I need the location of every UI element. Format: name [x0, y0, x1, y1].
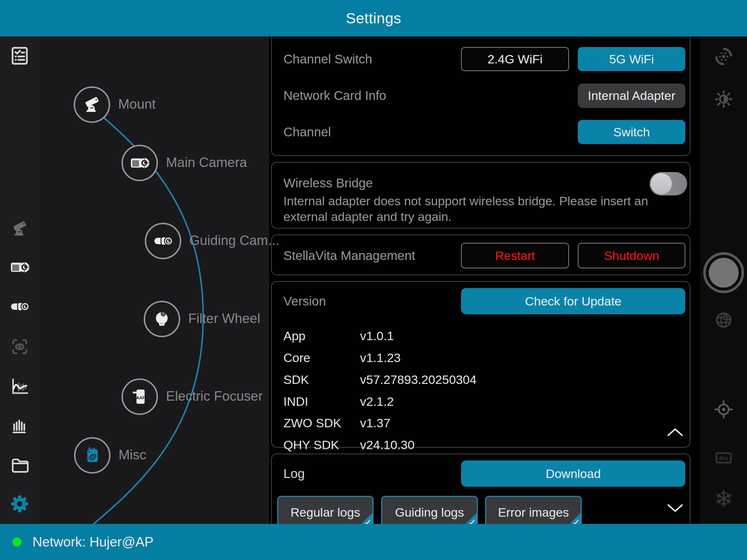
wifi-5g-button[interactable]: 5G WiFi [578, 47, 685, 71]
wireless-bridge-toggle[interactable] [650, 172, 687, 195]
log-label: Log [283, 466, 305, 481]
toolbar-item-crosshair[interactable] [700, 399, 747, 420]
sidebar-item-files[interactable] [0, 455, 39, 475]
top-bar: Settings [0, 0, 747, 36]
version-row-name: QHY SDK [283, 438, 339, 452]
guiding-camera-icon [9, 296, 30, 317]
version-row-value: v24.10.30 [360, 438, 414, 452]
download-button[interactable]: Download [461, 460, 685, 487]
version-row-name: App [283, 329, 306, 343]
toolbar-item-galaxy[interactable] [700, 46, 747, 67]
mount-icon [10, 219, 30, 238]
main-camera-icon [9, 257, 30, 278]
folder-icon [9, 455, 30, 475]
electric-focuser-icon: AAF [129, 386, 150, 407]
node-electric-focuser[interactable]: AAF [121, 378, 158, 415]
channel-label: Channel [283, 125, 331, 139]
toolbar-item-brightness[interactable] [700, 89, 747, 110]
bin-icon-text: Bin [719, 455, 728, 461]
toolbar-item-sky-atlas[interactable] [700, 310, 747, 330]
channel-switch-label: Channel Switch [283, 52, 372, 66]
node-mount-label: Mount [118, 97, 156, 112]
network-status-dot [12, 537, 22, 547]
chip-label: Guiding logs [395, 505, 464, 520]
sidebar-item-focus[interactable] [0, 337, 39, 357]
galaxy-icon [713, 46, 734, 67]
sidebar-item-guide-graph[interactable] [0, 376, 39, 397]
main-camera-icon [129, 152, 150, 174]
management-panel: StellaVita Management Restart Shutdown [271, 234, 690, 275]
node-main-camera-label: Main Camera [166, 155, 247, 170]
node-misc[interactable] [74, 437, 111, 474]
wireless-bridge-label: Wireless Bridge [283, 176, 373, 190]
chip-label: Error images [498, 505, 569, 520]
toolbar-item-cooling[interactable]: ❄ [700, 488, 747, 510]
shutter-button[interactable] [700, 252, 747, 293]
chip-label: Regular logs [291, 505, 360, 520]
bin-mode-icon: Bin [713, 447, 734, 468]
network-card-value-button[interactable]: Internal Adapter [578, 83, 685, 108]
restart-button[interactable]: Restart [461, 243, 569, 268]
wifi-2-4g-button[interactable]: 2.4G WiFi [461, 47, 569, 71]
toolbar-item-bin[interactable]: Bin [700, 447, 747, 468]
node-main-camera[interactable] [121, 145, 158, 181]
version-row-name: Core [283, 351, 310, 365]
node-filter-wheel-label: Filter Wheel [188, 311, 260, 326]
version-row-value: v1.1.23 [360, 351, 401, 365]
version-row-name: INDI [283, 394, 308, 409]
sidebar-item-main-camera[interactable] [0, 257, 39, 278]
brightness-icon [713, 89, 734, 110]
wireless-bridge-panel: Wireless Bridge Internal adapter does no… [271, 162, 690, 229]
mount-icon [82, 94, 102, 115]
checklist-icon [9, 46, 30, 66]
sidebar-item-histogram[interactable] [0, 416, 39, 436]
network-panel: Channel Switch 2.4G WiFi 5G WiFi Network… [271, 20, 690, 156]
expand-chevron-down-icon[interactable] [666, 503, 684, 513]
version-row-value: v57.27893.20250304 [360, 373, 477, 387]
settings-screen: Mount Main Camera Guiding Cam. [0, 0, 747, 560]
network-card-info-label: Network Card Info [283, 88, 386, 103]
node-guiding-camera-label: Guiding Cam... [189, 233, 279, 248]
sidebar-item-guiding-camera[interactable] [0, 296, 39, 317]
sidebar-item-settings-active[interactable] [0, 493, 39, 514]
shutter-ring [703, 252, 744, 293]
histogram-icon [10, 416, 30, 436]
focuser-badge-text: AAF [136, 395, 145, 400]
sky-atlas-globe-icon [713, 310, 734, 330]
version-panel: Version Check for Update App v1.0.1 Core… [271, 281, 690, 448]
version-label: Version [283, 294, 326, 308]
bottom-status-bar: Network: Hujer@AP [0, 524, 747, 560]
node-guiding-camera[interactable] [145, 223, 181, 259]
version-row-value: v1.0.1 [360, 329, 394, 343]
page-title: Settings [346, 10, 401, 27]
crosshair-icon [713, 399, 734, 420]
node-electric-focuser-label: Electric Focuser [166, 389, 263, 404]
shutdown-button[interactable]: Shutdown [578, 243, 685, 268]
check-update-button[interactable]: Check for Update [461, 288, 685, 314]
version-row-value: v2.1.2 [360, 394, 394, 409]
focus-preview-icon [10, 337, 30, 357]
gear-icon [9, 493, 30, 514]
filter-wheel-icon [152, 309, 172, 329]
network-status-text: Network: Hujer@AP [32, 534, 154, 550]
version-row-value: v1.37 [360, 416, 390, 430]
guide-graph-icon [9, 376, 30, 397]
node-filter-wheel[interactable] [144, 301, 180, 337]
snowflake-icon: ❄ [714, 488, 733, 510]
version-row-name: SDK [283, 373, 309, 387]
version-row-name: ZWO SDK [283, 416, 341, 430]
node-mount[interactable] [74, 86, 110, 123]
sidebar-item-checklist[interactable] [0, 46, 39, 66]
wireless-bridge-description: Internal adapter does not support wirele… [283, 193, 685, 225]
sidebar-item-mount[interactable] [0, 219, 39, 238]
node-misc-label: Misc [119, 447, 146, 463]
toggle-knob [651, 173, 672, 194]
management-label: StellaVita Management [283, 248, 415, 263]
shutter-core [709, 258, 739, 288]
misc-device-icon [82, 445, 102, 466]
left-toolbar [0, 36, 39, 524]
guiding-camera-icon [153, 231, 173, 251]
channel-switch-button[interactable]: Switch [578, 120, 685, 144]
collapse-chevron-up-icon[interactable] [666, 427, 684, 437]
